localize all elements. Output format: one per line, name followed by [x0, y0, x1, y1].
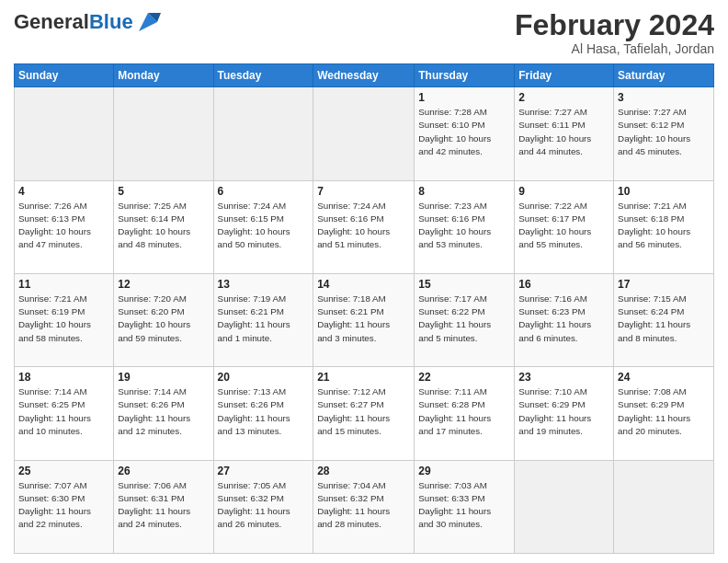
- calendar-table: SundayMondayTuesdayWednesdayThursdayFrid…: [14, 63, 714, 554]
- calendar-cell: 6Sunrise: 7:24 AMSunset: 6:15 PMDaylight…: [213, 180, 313, 273]
- calendar-cell: 16Sunrise: 7:16 AMSunset: 6:23 PMDayligh…: [515, 273, 614, 366]
- day-number: 25: [18, 465, 109, 477]
- day-number: 16: [518, 278, 609, 291]
- day-info: Sunrise: 7:14 AMSunset: 6:26 PMDaylight:…: [118, 385, 209, 438]
- calendar-cell: 5Sunrise: 7:25 AMSunset: 6:14 PMDaylight…: [114, 180, 213, 273]
- week-row-2: 4Sunrise: 7:26 AMSunset: 6:13 PMDaylight…: [15, 180, 714, 273]
- calendar-cell: 14Sunrise: 7:18 AMSunset: 6:21 PMDayligh…: [313, 273, 415, 366]
- calendar-cell: 28Sunrise: 7:04 AMSunset: 6:32 PMDayligh…: [313, 460, 415, 553]
- day-number: 17: [618, 278, 710, 291]
- weekday-header-row: SundayMondayTuesdayWednesdayThursdayFrid…: [15, 64, 714, 87]
- week-row-5: 25Sunrise: 7:07 AMSunset: 6:30 PMDayligh…: [15, 460, 714, 553]
- day-info: Sunrise: 7:03 AMSunset: 6:33 PMDaylight:…: [418, 479, 510, 532]
- day-info: Sunrise: 7:22 AMSunset: 6:17 PMDaylight:…: [518, 200, 609, 252]
- location: Al Hasa, Tafielah, Jordan: [515, 41, 714, 56]
- day-number: 5: [118, 185, 209, 198]
- day-info: Sunrise: 7:25 AMSunset: 6:14 PMDaylight:…: [118, 200, 209, 252]
- calendar-cell: 17Sunrise: 7:15 AMSunset: 6:24 PMDayligh…: [614, 273, 714, 366]
- day-number: 18: [18, 371, 109, 384]
- day-info: Sunrise: 7:26 AMSunset: 6:13 PMDaylight:…: [18, 200, 109, 252]
- calendar-cell: 1Sunrise: 7:28 AMSunset: 6:10 PMDaylight…: [415, 87, 515, 180]
- weekday-header-saturday: Saturday: [614, 64, 714, 87]
- calendar-cell: 27Sunrise: 7:05 AMSunset: 6:32 PMDayligh…: [213, 460, 313, 553]
- day-info: Sunrise: 7:17 AMSunset: 6:22 PMDaylight:…: [418, 293, 510, 345]
- day-number: 23: [518, 371, 609, 384]
- calendar-cell: 12Sunrise: 7:20 AMSunset: 6:20 PMDayligh…: [114, 273, 213, 366]
- day-info: Sunrise: 7:04 AMSunset: 6:32 PMDaylight:…: [317, 479, 410, 532]
- weekday-header-wednesday: Wednesday: [313, 64, 415, 87]
- month-year: February 2024: [515, 9, 714, 41]
- day-number: 3: [618, 91, 710, 104]
- header: GeneralBlue February 2024 Al Hasa, Tafie…: [14, 9, 714, 56]
- calendar-cell: [15, 87, 114, 180]
- calendar-cell: 4Sunrise: 7:26 AMSunset: 6:13 PMDaylight…: [15, 180, 114, 273]
- calendar-cell: 18Sunrise: 7:14 AMSunset: 6:25 PMDayligh…: [15, 367, 114, 460]
- calendar-cell: 11Sunrise: 7:21 AMSunset: 6:19 PMDayligh…: [15, 273, 114, 366]
- day-info: Sunrise: 7:27 AMSunset: 6:11 PMDaylight:…: [518, 106, 609, 158]
- calendar-cell: [614, 460, 714, 553]
- day-info: Sunrise: 7:06 AMSunset: 6:31 PMDaylight:…: [118, 479, 209, 532]
- day-info: Sunrise: 7:08 AMSunset: 6:29 PMDaylight:…: [618, 385, 710, 438]
- day-info: Sunrise: 7:16 AMSunset: 6:23 PMDaylight:…: [518, 293, 609, 345]
- calendar-cell: 29Sunrise: 7:03 AMSunset: 6:33 PMDayligh…: [415, 460, 515, 553]
- logo-blue: Blue: [89, 10, 133, 33]
- calendar-cell: 25Sunrise: 7:07 AMSunset: 6:30 PMDayligh…: [15, 460, 114, 553]
- calendar-cell: 19Sunrise: 7:14 AMSunset: 6:26 PMDayligh…: [114, 367, 213, 460]
- day-number: 12: [118, 278, 209, 291]
- day-number: 15: [418, 278, 510, 291]
- calendar-header: SundayMondayTuesdayWednesdayThursdayFrid…: [15, 64, 714, 87]
- calendar-cell: [515, 460, 614, 553]
- weekday-header-monday: Monday: [114, 64, 213, 87]
- day-number: 8: [418, 185, 510, 198]
- day-info: Sunrise: 7:21 AMSunset: 6:19 PMDaylight:…: [18, 293, 109, 345]
- day-number: 7: [317, 185, 410, 198]
- day-info: Sunrise: 7:07 AMSunset: 6:30 PMDaylight:…: [18, 479, 109, 532]
- day-number: 1: [418, 91, 510, 104]
- day-info: Sunrise: 7:27 AMSunset: 6:12 PMDaylight:…: [618, 106, 710, 158]
- week-row-3: 11Sunrise: 7:21 AMSunset: 6:19 PMDayligh…: [15, 273, 714, 366]
- week-row-1: 1Sunrise: 7:28 AMSunset: 6:10 PMDaylight…: [15, 87, 714, 180]
- calendar-cell: 9Sunrise: 7:22 AMSunset: 6:17 PMDaylight…: [515, 180, 614, 273]
- day-info: Sunrise: 7:23 AMSunset: 6:16 PMDaylight:…: [418, 200, 510, 252]
- calendar-cell: 13Sunrise: 7:19 AMSunset: 6:21 PMDayligh…: [213, 273, 313, 366]
- weekday-header-tuesday: Tuesday: [213, 64, 313, 87]
- calendar-body: 1Sunrise: 7:28 AMSunset: 6:10 PMDaylight…: [15, 87, 714, 554]
- day-info: Sunrise: 7:12 AMSunset: 6:27 PMDaylight:…: [317, 385, 410, 438]
- day-number: 2: [518, 91, 609, 104]
- week-row-4: 18Sunrise: 7:14 AMSunset: 6:25 PMDayligh…: [15, 367, 714, 460]
- day-info: Sunrise: 7:20 AMSunset: 6:20 PMDaylight:…: [118, 293, 209, 345]
- day-info: Sunrise: 7:13 AMSunset: 6:26 PMDaylight:…: [218, 385, 310, 438]
- day-number: 19: [118, 371, 209, 384]
- weekday-header-sunday: Sunday: [15, 64, 114, 87]
- day-info: Sunrise: 7:28 AMSunset: 6:10 PMDaylight:…: [418, 106, 510, 158]
- logo-icon: [135, 9, 161, 35]
- logo: GeneralBlue: [14, 9, 161, 35]
- calendar-page: GeneralBlue February 2024 Al Hasa, Tafie…: [0, 0, 728, 563]
- day-info: Sunrise: 7:11 AMSunset: 6:28 PMDaylight:…: [418, 385, 510, 438]
- day-number: 13: [218, 278, 310, 291]
- day-number: 11: [18, 278, 109, 291]
- day-info: Sunrise: 7:15 AMSunset: 6:24 PMDaylight:…: [618, 293, 710, 345]
- calendar-cell: 3Sunrise: 7:27 AMSunset: 6:12 PMDaylight…: [614, 87, 714, 180]
- day-info: Sunrise: 7:18 AMSunset: 6:21 PMDaylight:…: [317, 293, 410, 345]
- day-number: 9: [518, 185, 609, 198]
- calendar-cell: [313, 87, 415, 180]
- calendar-cell: 22Sunrise: 7:11 AMSunset: 6:28 PMDayligh…: [415, 367, 515, 460]
- calendar-cell: 26Sunrise: 7:06 AMSunset: 6:31 PMDayligh…: [114, 460, 213, 553]
- day-number: 26: [118, 465, 209, 477]
- day-info: Sunrise: 7:24 AMSunset: 6:15 PMDaylight:…: [218, 200, 310, 252]
- day-info: Sunrise: 7:21 AMSunset: 6:18 PMDaylight:…: [618, 200, 710, 252]
- calendar-cell: 21Sunrise: 7:12 AMSunset: 6:27 PMDayligh…: [313, 367, 415, 460]
- logo-general: General: [14, 10, 89, 33]
- day-info: Sunrise: 7:10 AMSunset: 6:29 PMDaylight:…: [518, 385, 609, 438]
- day-info: Sunrise: 7:19 AMSunset: 6:21 PMDaylight:…: [218, 293, 310, 345]
- weekday-header-friday: Friday: [515, 64, 614, 87]
- day-number: 24: [618, 371, 710, 384]
- day-number: 29: [418, 465, 510, 477]
- calendar-cell: 23Sunrise: 7:10 AMSunset: 6:29 PMDayligh…: [515, 367, 614, 460]
- weekday-header-thursday: Thursday: [415, 64, 515, 87]
- day-number: 27: [218, 465, 310, 477]
- calendar-cell: [213, 87, 313, 180]
- calendar-cell: 7Sunrise: 7:24 AMSunset: 6:16 PMDaylight…: [313, 180, 415, 273]
- day-number: 14: [317, 278, 410, 291]
